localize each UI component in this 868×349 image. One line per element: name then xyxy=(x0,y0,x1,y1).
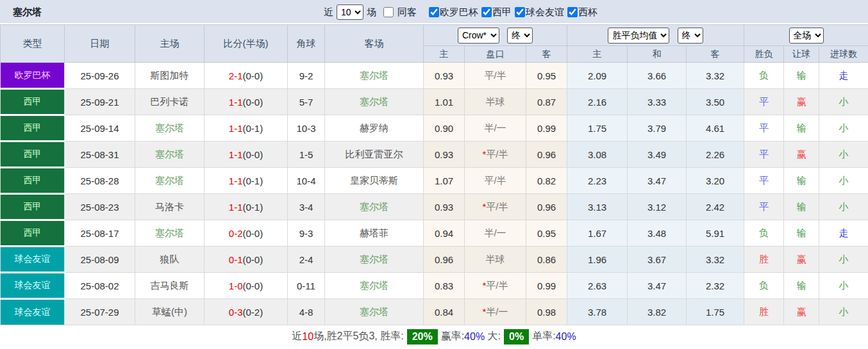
away-odds-cell: 0.82 xyxy=(526,168,567,194)
same-opponent-checkbox[interactable] xyxy=(383,7,394,17)
handicap-change-star: * xyxy=(482,149,486,159)
avg-away-cell: 1.75 xyxy=(687,299,744,325)
corners-cell: 0-11 xyxy=(288,273,325,299)
corners-cell: 3-4 xyxy=(288,194,325,220)
away-odds-cell: 0.87 xyxy=(526,89,567,115)
corners-cell: 10-3 xyxy=(288,115,325,142)
halftime-score: (0-0) xyxy=(243,149,263,160)
avg-draw-cell: 3.79 xyxy=(628,115,687,142)
handicap-cell: *平/半 xyxy=(465,273,526,299)
avg-away-cell: 3.32 xyxy=(687,63,744,89)
competition-checkbox[interactable] xyxy=(567,7,578,17)
home-team-cell: 塞尔塔 xyxy=(135,115,204,142)
fulltime-score: 1-0 xyxy=(229,280,243,291)
halftime-score: (0-0) xyxy=(243,70,263,81)
match-date-cell: 25-07-29 xyxy=(65,299,135,325)
summary-stats: 场,胜2平5负3, 胜率: xyxy=(313,330,403,343)
competition-label: 西甲 xyxy=(492,6,512,19)
goals-result-cell: 小 xyxy=(819,168,868,194)
fulltime-score: 0-2 xyxy=(229,228,243,239)
goals-result-cell: 走 xyxy=(819,63,868,89)
avg-home-cell: 2.23 xyxy=(567,168,628,194)
competition-checkbox[interactable] xyxy=(481,7,492,17)
avg-away-cell: 3.50 xyxy=(687,89,744,115)
avg-draw-cell: 3.33 xyxy=(628,89,687,115)
avg-time-select[interactable]: 终 xyxy=(678,28,703,44)
avg-draw-cell: 3.49 xyxy=(628,142,687,168)
fulltime-score: 1-1 xyxy=(229,97,243,108)
match-type-cell: 西甲 xyxy=(1,220,65,247)
competition-checkbox[interactable] xyxy=(515,7,525,17)
bookmaker-select[interactable]: Crow* xyxy=(458,28,499,44)
page-title: 塞尔塔 xyxy=(13,0,42,24)
home-team-cell: 吉马良斯 xyxy=(135,273,204,299)
win-rate-badge: 20% xyxy=(407,329,438,345)
home-odds-cell: 0.83 xyxy=(424,273,465,299)
corners-cell: 1-5 xyxy=(288,142,325,168)
match-history-table: 类型 日期 主场 比分(半场) 角球 客场 Crow* 终 胜平负均值 终 全场… xyxy=(0,24,868,325)
score-cell: 1-1(0-1) xyxy=(204,168,288,194)
avg-home-cell: 2.09 xyxy=(567,63,628,89)
col-header-avg-home: 主 xyxy=(567,46,628,63)
handicap-result-cell: 输 xyxy=(784,168,819,194)
col-header-odds-home: 主 xyxy=(424,46,465,63)
score-cell: 0-1(0-0) xyxy=(204,247,288,273)
summary-bar: 近10场,胜2平5负3, 胜率:20%赢率:40% 大:0%单率:40% xyxy=(0,325,868,348)
away-team-cell: 塞尔塔 xyxy=(325,299,424,325)
home-odds-cell: 0.93 xyxy=(424,194,465,220)
match-type-cell: 西甲 xyxy=(1,194,65,220)
halftime-score: (0-1) xyxy=(243,123,263,134)
handicap-result-cell: 输 xyxy=(784,115,819,142)
big-rate-badge: 0% xyxy=(504,329,529,345)
match-type-cell: 西甲 xyxy=(1,115,65,142)
match-row: 西甲25-09-21巴列卡诺1-1(0-0)5-7塞尔塔1.01半球0.872.… xyxy=(1,89,868,115)
odds-time-select[interactable]: 终 xyxy=(507,28,533,44)
avg-away-cell: 3.32 xyxy=(687,247,744,273)
competition-checkbox[interactable] xyxy=(429,7,439,17)
col-header-goals-result: 进球数 xyxy=(819,46,868,63)
match-date-cell: 25-08-31 xyxy=(65,142,135,168)
col-header-home: 主场 xyxy=(135,25,204,63)
wdl-result-cell: 负 xyxy=(744,273,784,299)
match-row: 西甲25-08-17塞尔塔0-2(0-0)9-3赫塔菲0.94半/一0.951.… xyxy=(1,220,868,247)
handicap-result-cell: 赢 xyxy=(784,247,819,273)
away-odds-cell: 0.86 xyxy=(526,247,567,273)
same-opponent-label: 同客 xyxy=(397,6,417,19)
avg-home-cell: 3.13 xyxy=(567,194,628,220)
goals-result-cell: 小 xyxy=(819,115,868,142)
corners-cell: 9-3 xyxy=(288,220,325,247)
avg-odds-select[interactable]: 胜平负均值 xyxy=(608,28,669,44)
handicap-cell: 平/半 xyxy=(465,168,526,194)
home-team-cell: 塞尔塔 xyxy=(135,220,204,247)
odds-select-group: Crow* 终 xyxy=(424,25,567,46)
handicap-result-cell: 赢 xyxy=(784,142,819,168)
goals-result-cell: 小 xyxy=(819,142,868,168)
competition-filter-europa: 欧罗巴杯 xyxy=(429,6,478,19)
wdl-result-cell: 平 xyxy=(744,194,784,220)
col-header-avg-away: 客 xyxy=(687,46,744,63)
home-team-cell: 巴列卡诺 xyxy=(135,89,204,115)
home-odds-cell: 0.84 xyxy=(424,299,465,325)
wdl-result-cell: 平 xyxy=(744,115,784,142)
recent-count-select[interactable]: 10 xyxy=(337,4,363,20)
handicap-change-star: * xyxy=(482,306,486,317)
halftime-score: (0-2) xyxy=(243,307,263,318)
match-type-cell: 球会友谊 xyxy=(1,247,65,273)
period-select[interactable]: 全场 xyxy=(789,28,824,44)
corners-cell: 9-2 xyxy=(288,63,325,89)
fulltime-score: 1-1 xyxy=(229,175,243,186)
handicap-win-label: 赢率: xyxy=(441,330,464,343)
away-team-cell: 比利亚雷亚尔 xyxy=(325,142,424,168)
summary-prefix: 近 xyxy=(292,330,302,343)
home-team-cell: 塞尔塔 xyxy=(135,168,204,194)
wdl-result-cell: 平 xyxy=(744,142,784,168)
fulltime-score: 1-1 xyxy=(229,149,243,160)
avg-away-cell: 5.91 xyxy=(687,220,744,247)
filter-controls: 近 10 场 同客 欧罗巴杯 西甲 球会友谊 西杯 xyxy=(324,0,597,24)
score-cell: 2-1(0-0) xyxy=(204,63,288,89)
match-table-header: 类型 日期 主场 比分(半场) 角球 客场 Crow* 终 胜平负均值 终 全场… xyxy=(1,25,868,63)
away-odds-cell: 0.96 xyxy=(526,142,567,168)
handicap-change-star: * xyxy=(482,280,486,291)
avg-home-cell: 3.78 xyxy=(567,299,628,325)
col-header-handicap: 盘口 xyxy=(465,46,526,63)
